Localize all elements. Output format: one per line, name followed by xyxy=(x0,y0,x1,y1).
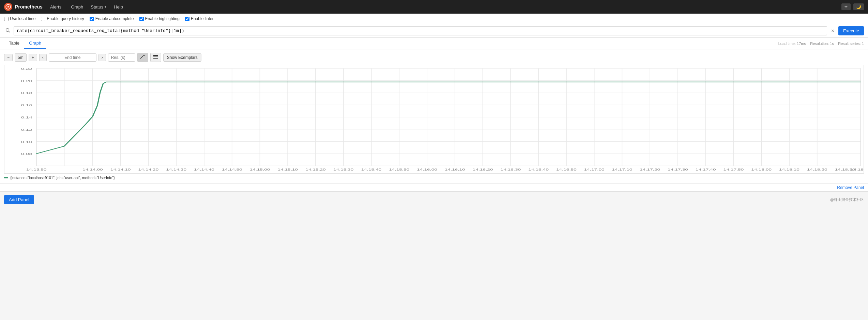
svg-point-1 xyxy=(7,6,9,7)
chart-stacked-button[interactable] xyxy=(150,53,161,62)
svg-text:14:16:20: 14:16:20 xyxy=(473,168,493,171)
svg-line-3 xyxy=(9,31,10,33)
use-local-time-label: Use local time xyxy=(10,16,35,21)
status-label: Status xyxy=(91,4,103,10)
enable-autocomplete-checkbox[interactable] xyxy=(90,17,94,21)
svg-text:14:15:10: 14:15:10 xyxy=(277,168,298,171)
next-time-button[interactable]: › xyxy=(98,54,106,61)
graph-area: 0.22 0.20 0.18 0.16 0.14 0.12 0.10 0.08 … xyxy=(4,65,864,174)
svg-text:14:14:20: 14:14:20 xyxy=(138,168,159,171)
svg-text:14:18:10: 14:18:10 xyxy=(779,168,800,171)
status-dropdown[interactable]: Status ▾ xyxy=(91,4,106,10)
search-icon xyxy=(4,27,12,35)
theme-toggle-button[interactable]: ☀ xyxy=(841,3,851,10)
svg-text:14:17:30: 14:17:30 xyxy=(668,168,688,171)
tab-meta: Load time: 17ms Resolution: 1s Result se… xyxy=(778,39,864,48)
enable-highlighting-checkbox[interactable] xyxy=(139,17,144,21)
svg-text:14:17:20: 14:17:20 xyxy=(640,168,660,171)
navbar: Prometheus Alerts Graph Status ▾ Help ☀ … xyxy=(0,0,868,14)
plus-interval-button[interactable]: + xyxy=(29,54,37,61)
enable-linter-checkbox[interactable] xyxy=(185,17,189,21)
svg-text:0.10: 0.10 xyxy=(21,140,32,143)
footer-credit: @稀土掘金技术社区 xyxy=(830,197,864,202)
svg-text:0.12: 0.12 xyxy=(21,128,32,131)
interval-display: 5m xyxy=(15,53,27,62)
options-bar: Use local time Enable query history Enab… xyxy=(0,14,868,24)
svg-text:14:14:10: 14:14:10 xyxy=(110,168,131,171)
help-link[interactable]: Help xyxy=(112,3,125,11)
enable-autocomplete-label: Enable autocomplete xyxy=(95,16,134,21)
alerts-link[interactable]: Alerts xyxy=(48,3,63,11)
svg-text:14:17:00: 14:17:00 xyxy=(584,168,605,171)
svg-text:14:16:40: 14:16:40 xyxy=(528,168,549,171)
svg-text:0.22: 0.22 xyxy=(21,67,32,70)
svg-text:14:16:50: 14:16:50 xyxy=(556,168,577,171)
svg-text:14:18:20: 14:18:20 xyxy=(807,168,827,171)
load-time: Load time: 17ms xyxy=(778,42,806,46)
tab-graph[interactable]: Graph xyxy=(24,38,46,49)
enable-linter-option[interactable]: Enable linter xyxy=(185,16,214,21)
svg-text:14:18:40: 14:18:40 xyxy=(851,168,864,171)
show-exemplars-button[interactable]: Show Exemplars xyxy=(163,53,201,62)
svg-text:14:15:40: 14:15:40 xyxy=(361,168,382,171)
dropdown-caret: ▾ xyxy=(105,5,106,9)
svg-text:14:14:00: 14:14:00 xyxy=(82,168,103,171)
enable-query-history-option[interactable]: Enable query history xyxy=(41,16,84,21)
tabs-bar: Table Graph Load time: 17ms Resolution: … xyxy=(0,38,868,49)
panel-content: − 5m + ‹ › Show Exemplars xyxy=(0,49,868,183)
svg-text:14:15:00: 14:15:00 xyxy=(250,168,270,171)
svg-text:14:14:40: 14:14:40 xyxy=(194,168,214,171)
svg-text:14:18:00: 14:18:00 xyxy=(751,168,772,171)
svg-text:14:15:30: 14:15:30 xyxy=(333,168,354,171)
enable-autocomplete-option[interactable]: Enable autocomplete xyxy=(90,16,134,21)
resolution-input[interactable] xyxy=(108,53,135,62)
enable-linter-label: Enable linter xyxy=(191,16,214,21)
svg-rect-6 xyxy=(153,55,158,56)
svg-text:0.08: 0.08 xyxy=(21,152,32,156)
bottom-bar: Add Panel @稀土掘金技术社区 xyxy=(0,191,868,208)
clear-query-button[interactable]: × xyxy=(829,27,836,35)
minus-interval-button[interactable]: − xyxy=(4,54,13,61)
enable-highlighting-option[interactable]: Enable highlighting xyxy=(139,16,180,21)
legend-label: {instance="localhost:9101", job="user-ap… xyxy=(10,176,115,180)
graph-legend: {instance="localhost:9101", job="user-ap… xyxy=(4,176,864,180)
enable-highlighting-label: Enable highlighting xyxy=(145,16,180,21)
svg-text:14:15:20: 14:15:20 xyxy=(305,168,326,171)
svg-text:0.14: 0.14 xyxy=(21,115,32,119)
svg-text:0.18: 0.18 xyxy=(21,91,32,95)
chart-line-button[interactable] xyxy=(137,53,148,62)
brand: Prometheus xyxy=(4,3,43,11)
svg-text:14:14:30: 14:14:30 xyxy=(166,168,186,171)
svg-text:14:16:10: 14:16:10 xyxy=(445,168,465,171)
svg-rect-5 xyxy=(153,57,158,57)
remove-panel-link[interactable]: Remove Panel xyxy=(837,185,864,190)
svg-text:14:16:00: 14:16:00 xyxy=(417,168,437,171)
controls-row: − 5m + ‹ › Show Exemplars xyxy=(4,53,864,62)
enable-query-history-label: Enable query history xyxy=(47,16,84,21)
enable-query-history-checkbox[interactable] xyxy=(41,17,45,21)
use-local-time-checkbox[interactable] xyxy=(4,17,9,21)
svg-rect-4 xyxy=(153,58,158,59)
query-input[interactable] xyxy=(14,26,827,35)
add-panel-button[interactable]: Add Panel xyxy=(4,195,34,204)
svg-text:14:17:50: 14:17:50 xyxy=(724,168,744,171)
legend-color-indicator xyxy=(4,177,8,178)
graph-link[interactable]: Graph xyxy=(69,3,85,11)
end-time-input[interactable] xyxy=(49,53,96,62)
svg-text:14:17:10: 14:17:10 xyxy=(612,168,633,171)
moon-button[interactable]: 🌙 xyxy=(853,3,864,10)
use-local-time-option[interactable]: Use local time xyxy=(4,16,35,21)
graph-svg: 0.22 0.20 0.18 0.16 0.14 0.12 0.10 0.08 … xyxy=(4,65,864,173)
svg-text:0.16: 0.16 xyxy=(21,103,32,107)
svg-text:14:17:40: 14:17:40 xyxy=(696,168,716,171)
svg-text:14:15:50: 14:15:50 xyxy=(389,168,409,171)
nav-icons: ☀ 🌙 xyxy=(841,3,864,10)
panel-footer: Remove Panel xyxy=(0,183,868,191)
svg-text:14:14:50: 14:14:50 xyxy=(222,168,242,171)
prev-time-button[interactable]: ‹ xyxy=(39,54,47,61)
prometheus-logo xyxy=(4,3,12,11)
svg-text:14:13:50: 14:13:50 xyxy=(26,168,47,171)
tab-table[interactable]: Table xyxy=(4,38,24,49)
execute-button[interactable]: Execute xyxy=(838,26,864,35)
query-bar: × Execute xyxy=(0,24,868,38)
